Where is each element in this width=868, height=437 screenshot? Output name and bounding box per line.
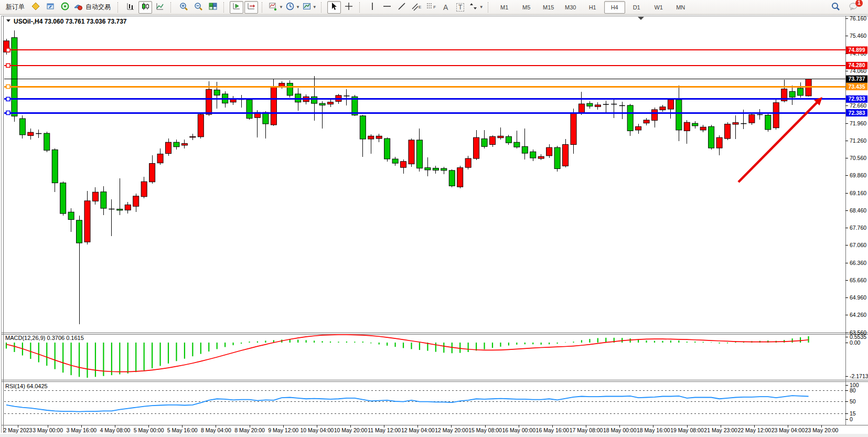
timeframe-h1-button[interactable]: H1 bbox=[582, 1, 603, 14]
time-tick-label: 23 May 20:00 bbox=[805, 427, 839, 433]
trendline-tool-button[interactable] bbox=[395, 1, 409, 14]
zoom-out-icon bbox=[194, 2, 203, 13]
time-tick-label: 3 May 00:00 bbox=[33, 427, 63, 433]
candle bbox=[490, 135, 496, 146]
fibonacci-icon bbox=[426, 2, 433, 13]
candle bbox=[578, 92, 584, 115]
candle bbox=[239, 95, 244, 108]
hline-layer bbox=[4, 48, 845, 115]
arrows-tool-button[interactable]: ▼ bbox=[468, 1, 484, 14]
templates-button[interactable]: ▼ bbox=[302, 1, 317, 14]
timeframe-m1-button[interactable]: M1 bbox=[494, 1, 515, 14]
candle bbox=[52, 148, 58, 192]
candle bbox=[392, 157, 398, 166]
axis-layer: 76.16075.46074.76074.06073.36072.66071.9… bbox=[0, 15, 868, 437]
candle bbox=[668, 98, 673, 119]
time-tick-label: 21 May 23:00 bbox=[704, 427, 737, 433]
zoom-in-button[interactable] bbox=[177, 1, 190, 14]
timeframe-d1-button[interactable]: D1 bbox=[626, 1, 647, 14]
price-tick-label: 69.860 bbox=[850, 172, 866, 178]
candle bbox=[627, 104, 633, 136]
candle bbox=[554, 146, 560, 172]
bar-chart-type-button[interactable] bbox=[124, 1, 137, 14]
timeframe-m5-button[interactable]: M5 bbox=[516, 1, 537, 14]
time-tick-label: 5 May 16:00 bbox=[167, 427, 198, 433]
channel-icon bbox=[411, 2, 419, 13]
timeframe-m30-button[interactable]: M30 bbox=[560, 1, 581, 14]
macd-tick-label: 0.00 bbox=[850, 339, 861, 346]
price-tick-label: 69.160 bbox=[850, 190, 866, 196]
periods-button[interactable]: ▼ bbox=[285, 1, 301, 14]
cursor-tool-button[interactable] bbox=[327, 1, 341, 14]
channel-letter: E bbox=[419, 5, 421, 9]
tile-windows-button[interactable] bbox=[206, 1, 220, 14]
new-order-button[interactable]: 新订单 bbox=[3, 1, 28, 14]
horizontal-line-icon bbox=[382, 2, 392, 13]
shift-marker-icon[interactable] bbox=[638, 17, 644, 20]
candle bbox=[263, 111, 269, 138]
search-button[interactable] bbox=[829, 1, 842, 14]
candle bbox=[603, 101, 609, 112]
candle bbox=[733, 115, 738, 139]
price-tick-label: 70.560 bbox=[850, 155, 866, 161]
horizontal-line-tool-button[interactable] bbox=[380, 1, 394, 14]
data-window-button[interactable] bbox=[58, 1, 72, 14]
time-tick-label: 18 May 16:00 bbox=[637, 427, 670, 433]
chart-window: 76.16075.46074.76074.06073.36072.66071.9… bbox=[0, 15, 868, 437]
terminal-window-button[interactable] bbox=[44, 1, 57, 14]
candle bbox=[709, 125, 714, 150]
candle bbox=[660, 105, 666, 112]
macd-signal-line bbox=[6, 335, 809, 372]
auto-scroll-button[interactable] bbox=[230, 1, 243, 14]
time-tick-label: 23 May 04:00 bbox=[771, 427, 805, 433]
candlestick-chart-type-button[interactable] bbox=[138, 1, 152, 14]
vertical-line-tool-button[interactable] bbox=[366, 1, 379, 14]
timeframe-h4-button[interactable]: H4 bbox=[604, 1, 625, 14]
zoom-out-button[interactable] bbox=[191, 1, 205, 14]
candlestick-icon bbox=[141, 2, 150, 13]
price-tick-label: 72.660 bbox=[850, 102, 866, 109]
ohlc-collapse-icon bbox=[6, 19, 10, 22]
candle bbox=[149, 155, 155, 183]
time-tick-label: 8 May 04:00 bbox=[201, 427, 231, 433]
time-tick-label: 17 May 08:00 bbox=[570, 427, 603, 433]
text-tool-letter: A bbox=[443, 3, 448, 12]
candle bbox=[401, 159, 406, 173]
toolbar-separator bbox=[359, 2, 363, 13]
line-chart-type-button[interactable] bbox=[153, 1, 167, 14]
time-tick-label: 8 May 20:00 bbox=[234, 427, 265, 433]
text-tool-button[interactable]: A bbox=[439, 1, 453, 14]
candle bbox=[287, 80, 293, 97]
rsi-line bbox=[6, 396, 809, 412]
rsi-tick-label: 80 bbox=[850, 387, 856, 393]
crosshair-tool-button[interactable] bbox=[342, 1, 356, 14]
candle bbox=[84, 191, 90, 244]
price-tick-label: 65.660 bbox=[850, 277, 866, 283]
timeframe-w1-button[interactable]: W1 bbox=[648, 1, 669, 14]
notifications-button[interactable]: 1 bbox=[846, 1, 860, 14]
price-tick-label: 71.260 bbox=[850, 137, 866, 144]
text-label-tool-button[interactable]: T bbox=[454, 1, 467, 14]
clock-icon bbox=[285, 2, 295, 13]
indicators-button[interactable]: ▼ bbox=[268, 1, 284, 14]
candle bbox=[416, 129, 422, 172]
chart-shift-button[interactable] bbox=[244, 1, 258, 14]
toolbar-separator bbox=[262, 2, 265, 13]
timeframe-m15-button[interactable]: M15 bbox=[538, 1, 559, 14]
equidistant-channel-tool-button[interactable]: E bbox=[410, 1, 423, 14]
timeframe-label: M30 bbox=[565, 4, 576, 10]
tile-windows-icon bbox=[208, 2, 218, 13]
market-watch-button[interactable] bbox=[29, 1, 42, 14]
candle bbox=[481, 130, 487, 148]
time-tick-label: 10 May 04:00 bbox=[301, 427, 334, 433]
candle bbox=[644, 118, 649, 125]
chart-canvas[interactable]: 76.16075.46074.76074.06073.36072.66071.9… bbox=[0, 15, 868, 437]
candle bbox=[279, 81, 285, 89]
template-icon bbox=[302, 2, 312, 13]
candle bbox=[12, 30, 17, 122]
fibonacci-tool-button[interactable]: F bbox=[424, 1, 438, 14]
timeframe-mn-button[interactable]: MN bbox=[670, 1, 691, 14]
green-spiral-icon bbox=[60, 2, 70, 13]
auto-trading-button[interactable]: 自动交易 bbox=[73, 1, 114, 14]
mt4-terminal: { "toolbar": { "new_order_label": "新订单",… bbox=[0, 0, 868, 437]
